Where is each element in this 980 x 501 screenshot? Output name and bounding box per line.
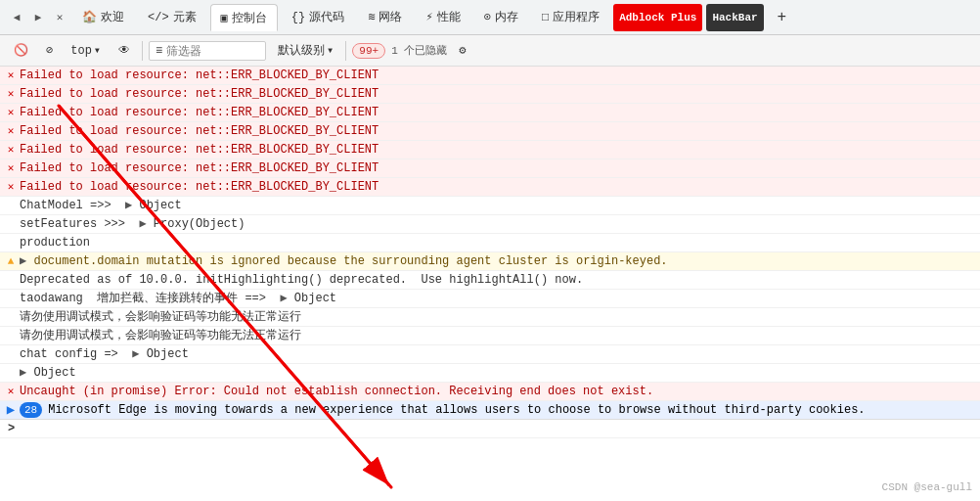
- console-row: ✕ Failed to load resource: net::ERR_BLOC…: [0, 178, 980, 197]
- application-icon: □: [542, 11, 549, 24]
- tab-adblock[interactable]: Adblock Plus: [613, 4, 702, 31]
- info-text-8[interactable]: chat config => ▶ Object: [20, 346, 976, 362]
- divider-1: [142, 41, 143, 61]
- devtools-toolbar: 🚫 ⊘ top ▾ 👁 ≡ 默认级别 ▾ 99+ 1 个已隐藏 ⚙: [0, 35, 980, 67]
- info-text-1[interactable]: ChatModel =>> ▶ Object: [20, 198, 976, 213]
- tab-welcome-label: 欢迎: [101, 9, 124, 25]
- console-row: production: [0, 234, 980, 252]
- memory-icon: ⊙: [484, 10, 491, 24]
- expand-count-badge[interactable]: 28: [20, 402, 42, 418]
- error-icon-bottom: ✕: [4, 385, 18, 398]
- tab-nav-back[interactable]: ◀: [8, 9, 25, 26]
- tab-console-label: 控制台: [232, 10, 267, 26]
- error-text-4: Failed to load resource: net::ERR_BLOCKE…: [20, 123, 976, 139]
- console-row: ✕ Failed to load resource: net::ERR_BLOC…: [0, 67, 980, 85]
- tab-memory-label: 内存: [495, 9, 518, 25]
- info-text-2[interactable]: setFeatures >>> ▶ Proxy(Object): [20, 216, 976, 232]
- tab-elements-label: 元素: [173, 9, 197, 25]
- console-row: ✕ Failed to load resource: net::ERR_BLOC…: [0, 141, 980, 159]
- error-icon: ✕: [4, 124, 18, 138]
- network-icon: ≋: [368, 10, 375, 24]
- console-row: taodawang 增加拦截、连接跳转的事件 ==> ▶ Object: [0, 290, 980, 308]
- console-row: 请勿使用调试模式，会影响验证码等功能无法正常运行: [0, 327, 980, 345]
- tab-elements[interactable]: </> 元素: [138, 4, 206, 31]
- info-text-9[interactable]: ▶ Object: [20, 365, 976, 381]
- error-icon: ✕: [4, 180, 18, 194]
- chevron-down-icon-2: ▾: [327, 43, 334, 58]
- level-selector[interactable]: top ▾: [65, 41, 107, 60]
- stop-icon: ⊘: [46, 43, 53, 58]
- filter-icon: ≡: [156, 44, 162, 58]
- console-row-warning: ▲ ▶ document.domain mutation is ignored …: [0, 252, 980, 271]
- tab-close[interactable]: ✕: [51, 9, 68, 26]
- info-text-4: Deprecated as of 10.0.0. initHighlightin…: [20, 272, 976, 288]
- tab-bar: ◀ ▶ ✕ 🏠 欢迎 </> 元素 ▣ 控制台 {} 源代码 ≋ 网络 ⚡ 性能…: [0, 0, 980, 35]
- eye-icon: 👁: [118, 43, 130, 58]
- tab-memory[interactable]: ⊙ 内存: [474, 4, 528, 31]
- warning-text[interactable]: ▶ document.domain mutation is ignored be…: [20, 253, 976, 269]
- tab-sources[interactable]: {} 源代码: [282, 4, 354, 31]
- console-row: chat config => ▶ Object: [0, 345, 980, 364]
- settings-button[interactable]: ⚙: [453, 41, 471, 60]
- console-row: ✕ Failed to load resource: net::ERR_BLOC…: [0, 104, 980, 122]
- console-row: 请勿使用调试模式，会影响验证码等功能无法正常运行: [0, 308, 980, 327]
- tab-add[interactable]: +: [768, 4, 797, 31]
- hidden-count: 1 个已隐藏: [391, 43, 447, 58]
- blue-info-row: ▶ 28 Microsoft Edge is moving towards a …: [0, 401, 980, 420]
- console-row: Deprecated as of 10.0.0. initHighlightin…: [0, 271, 980, 290]
- home-icon: 🏠: [82, 10, 97, 24]
- error-icon: ✕: [4, 87, 18, 101]
- blue-info-text: Microsoft Edge is moving towards a new e…: [48, 402, 976, 418]
- level-label: top: [70, 44, 92, 58]
- chevron-down-icon: ▾: [94, 43, 101, 58]
- clear-icon: 🚫: [14, 43, 28, 58]
- info-text-7: 请勿使用调试模式，会影响验证码等功能无法正常运行: [20, 328, 976, 343]
- tab-hackbar-label: HackBar: [712, 12, 757, 23]
- console-row: setFeatures >>> ▶ Proxy(Object): [0, 215, 980, 234]
- filter-input-wrapper: ≡: [149, 41, 266, 61]
- error-icon: ✕: [4, 106, 18, 119]
- prompt-symbol[interactable]: >: [8, 421, 976, 436]
- clear-console-button[interactable]: 🚫: [8, 41, 34, 60]
- tab-performance-label: 性能: [437, 9, 461, 25]
- error-icon: ✕: [4, 161, 18, 175]
- info-text-3: production: [20, 235, 976, 250]
- stop-button[interactable]: ⊘: [40, 41, 59, 60]
- tab-console[interactable]: ▣ 控制台: [210, 4, 278, 31]
- tab-adblock-label: Adblock Plus: [619, 12, 696, 23]
- watermark: CSDN @sea-gull: [882, 481, 972, 493]
- tab-application[interactable]: □ 应用程序: [532, 4, 609, 31]
- default-level-selector[interactable]: 默认级别 ▾: [272, 40, 339, 61]
- performance-icon: ⚡: [425, 10, 432, 24]
- error-icon: ✕: [4, 143, 18, 157]
- tab-welcome[interactable]: 🏠 欢迎: [72, 4, 134, 31]
- tab-hackbar[interactable]: HackBar: [706, 4, 763, 31]
- console-icon: ▣: [221, 11, 228, 25]
- filter-input[interactable]: [166, 44, 254, 58]
- tab-sources-label: 源代码: [309, 9, 344, 25]
- console-row: ✕ Failed to load resource: net::ERR_BLOC…: [0, 122, 980, 141]
- error-text-6: Failed to load resource: net::ERR_BLOCKE…: [20, 160, 976, 176]
- error-text-5: Failed to load resource: net::ERR_BLOCKE…: [20, 142, 976, 158]
- error-text-2: Failed to load resource: net::ERR_BLOCKE…: [20, 86, 976, 102]
- sources-icon: {}: [291, 11, 305, 24]
- error-text-3: Failed to load resource: net::ERR_BLOCKE…: [20, 105, 976, 120]
- info-text-6: 请勿使用调试模式，会影响验证码等功能无法正常运行: [20, 309, 976, 325]
- tab-network[interactable]: ≋ 网络: [358, 4, 412, 31]
- error-icon: ✕: [4, 68, 18, 82]
- eye-button[interactable]: 👁: [112, 41, 136, 60]
- default-level-label: 默认级别: [278, 42, 325, 59]
- error-text-bottom: Uncaught (in promise) Error: Could not e…: [20, 384, 976, 399]
- tab-nav-forward[interactable]: ▶: [29, 9, 47, 26]
- console-row-error-bottom: ✕ Uncaught (in promise) Error: Could not…: [0, 383, 980, 401]
- info-text-5: taodawang 增加拦截、连接跳转的事件 ==> ▶ Object: [20, 291, 976, 306]
- tab-performance[interactable]: ⚡ 性能: [416, 4, 469, 31]
- error-text-7: Failed to load resource: net::ERR_BLOCKE…: [20, 179, 976, 195]
- warning-icon: ▲: [4, 254, 18, 268]
- tab-network-label: 网络: [379, 9, 402, 25]
- info-blue-icon: ▶: [4, 403, 18, 417]
- error-text-1: Failed to load resource: net::ERR_BLOCKE…: [20, 68, 976, 83]
- console-row: ✕ Failed to load resource: net::ERR_BLOC…: [0, 85, 980, 104]
- error-badge[interactable]: 99+: [352, 43, 385, 59]
- prompt-row: >: [0, 420, 980, 438]
